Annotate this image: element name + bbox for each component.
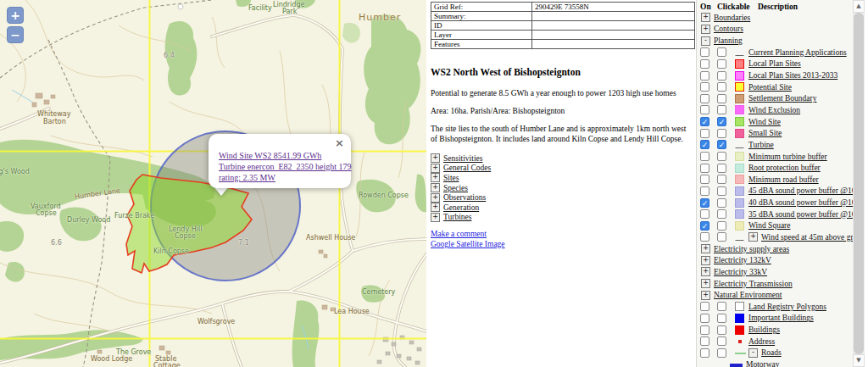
layer-label[interactable]: 35 dBA sound power buffer @10m/s xyxy=(748,210,853,219)
map-canvas[interactable]: FacilityLindridgeParkHumber6.4WhitewayBa… xyxy=(0,0,426,367)
on-checkbox[interactable] xyxy=(700,117,709,126)
section-label[interactable]: Turbines xyxy=(443,213,471,221)
on-checkbox[interactable] xyxy=(700,140,709,149)
clickable-checkbox[interactable] xyxy=(717,348,726,358)
on-checkbox[interactable] xyxy=(700,232,709,242)
on-checkbox[interactable] xyxy=(700,164,709,173)
layer-label[interactable]: Local Plan Sites xyxy=(748,59,801,68)
clickable-checkbox[interactable] xyxy=(717,94,726,103)
layer-group-label[interactable]: Electricity 33kV xyxy=(714,268,767,276)
expand-icon[interactable]: + xyxy=(701,256,710,265)
clickable-checkbox[interactable] xyxy=(717,175,726,184)
on-checkbox[interactable] xyxy=(700,348,709,358)
on-checkbox[interactable] xyxy=(700,82,709,92)
layer-label[interactable]: 45 dBA sound power buffer @10m/s xyxy=(748,186,853,195)
layer-label[interactable]: Root protection buffer xyxy=(748,164,821,172)
clickable-checkbox[interactable] xyxy=(717,314,726,323)
clickable-checkbox[interactable] xyxy=(717,325,726,335)
layer-label[interactable]: Motorway xyxy=(746,360,780,367)
google-satellite-link[interactable]: Google Satellite Image xyxy=(431,239,692,249)
layer-label[interactable]: Potential Site xyxy=(748,83,792,92)
layer-label[interactable]: Wind Square xyxy=(748,221,790,230)
popup-site-link[interactable]: Wind Site WS2 8541.99 GWh xyxy=(219,150,346,161)
expand-icon[interactable]: + xyxy=(431,173,440,182)
scrollbar-thumb[interactable] xyxy=(854,13,864,354)
section-label[interactable]: Sites xyxy=(443,174,459,182)
on-checkbox[interactable] xyxy=(700,175,709,184)
clickable-checkbox[interactable] xyxy=(717,221,726,231)
section-label[interactable]: Sensitivities xyxy=(443,154,482,163)
close-icon[interactable]: × xyxy=(335,137,344,148)
clickable-checkbox[interactable] xyxy=(717,164,726,173)
on-checkbox[interactable] xyxy=(700,209,709,219)
layer-group-label[interactable]: Natural Environment xyxy=(714,291,782,299)
layer-label[interactable]: Minimum road buffer xyxy=(748,175,819,184)
scroll-down-icon[interactable]: ▼ xyxy=(853,354,865,367)
layer-label[interactable]: 40 dBA sound power buffer @10m/s xyxy=(748,198,853,207)
expand-icon[interactable]: - xyxy=(748,348,758,358)
zoom-out-button[interactable]: − xyxy=(7,26,24,43)
layer-label[interactable]: Address xyxy=(748,337,775,346)
layer-label[interactable]: Wind Exclusion xyxy=(748,106,800,114)
layer-label[interactable]: Settlement Boundary xyxy=(748,94,816,103)
clickable-checkbox[interactable] xyxy=(717,105,726,114)
on-checkbox[interactable] xyxy=(700,186,709,196)
layer-label[interactable]: Turbine xyxy=(748,141,774,149)
zoom-in-button[interactable]: + xyxy=(7,7,24,24)
clickable-checkbox[interactable] xyxy=(717,209,726,219)
clickable-checkbox[interactable] xyxy=(717,117,726,126)
expand-icon[interactable]: + xyxy=(701,291,710,300)
clickable-checkbox[interactable] xyxy=(717,129,726,138)
expand-icon[interactable]: + xyxy=(701,244,710,253)
scroll-up-icon[interactable]: ▲ xyxy=(853,0,865,13)
clickable-checkbox[interactable] xyxy=(717,47,726,57)
expand-icon[interactable]: + xyxy=(431,153,440,163)
on-checkbox[interactable] xyxy=(700,105,709,114)
clickable-checkbox[interactable] xyxy=(717,232,726,242)
layers-scrollbar[interactable]: ▲ ▼ xyxy=(853,0,865,367)
expand-icon[interactable]: + xyxy=(701,25,710,34)
layer-label[interactable]: Buildings xyxy=(748,325,780,334)
layer-group-label[interactable]: Contours xyxy=(714,25,743,33)
layer-label[interactable]: Minimum turbine buffer xyxy=(748,153,827,161)
layer-group-label[interactable]: Electricity Transmission xyxy=(714,280,793,288)
layer-label[interactable]: Small Site xyxy=(748,129,782,137)
layer-group-label[interactable]: Electricity supply areas xyxy=(714,245,789,253)
layer-label[interactable]: Land Registry Polygons xyxy=(748,303,826,311)
section-label[interactable]: General Codes xyxy=(443,164,491,172)
expand-icon[interactable]: + xyxy=(431,183,440,192)
layer-label[interactable]: Roads xyxy=(761,348,782,357)
clickable-checkbox[interactable] xyxy=(717,59,726,69)
layer-label[interactable]: Wind Site xyxy=(748,118,781,126)
clickable-checkbox[interactable] xyxy=(717,336,726,346)
clickable-checkbox[interactable] xyxy=(717,71,726,81)
expand-icon[interactable]: + xyxy=(701,279,710,288)
on-checkbox[interactable] xyxy=(700,302,709,311)
on-checkbox[interactable] xyxy=(700,47,709,57)
clickable-checkbox[interactable] xyxy=(717,186,726,196)
layer-group-label[interactable]: Boundaries xyxy=(714,14,750,22)
layer-label[interactable]: Local Plan Sites 2013-2033 xyxy=(748,71,837,80)
on-checkbox[interactable] xyxy=(700,71,709,81)
on-checkbox[interactable] xyxy=(700,152,709,161)
expand-icon[interactable]: - xyxy=(701,36,710,46)
on-checkbox[interactable] xyxy=(700,221,709,231)
expand-icon[interactable]: + xyxy=(431,164,440,173)
popup-turbine-link[interactable]: Turbine enercon_E82_2350 height 179 rati… xyxy=(219,161,346,183)
on-checkbox[interactable] xyxy=(700,59,709,69)
clickable-checkbox[interactable] xyxy=(717,140,726,149)
expand-icon[interactable]: + xyxy=(431,193,440,203)
section-label[interactable]: Observations xyxy=(443,193,486,202)
layer-label[interactable]: Important Buildings xyxy=(748,314,814,322)
clickable-checkbox[interactable] xyxy=(717,152,726,161)
layer-group-label[interactable]: Electricity 132kV xyxy=(714,256,771,264)
expand-icon[interactable]: + xyxy=(748,232,758,242)
on-checkbox[interactable] xyxy=(700,314,709,323)
on-checkbox[interactable] xyxy=(700,325,709,335)
layer-label[interactable]: Current Planning Applications xyxy=(748,48,847,57)
clickable-checkbox[interactable] xyxy=(717,82,726,92)
layer-group-label[interactable]: Planning xyxy=(714,36,743,45)
on-checkbox[interactable] xyxy=(700,129,709,138)
expand-icon[interactable]: + xyxy=(431,213,440,222)
make-comment-link[interactable]: Make a comment xyxy=(431,229,692,239)
